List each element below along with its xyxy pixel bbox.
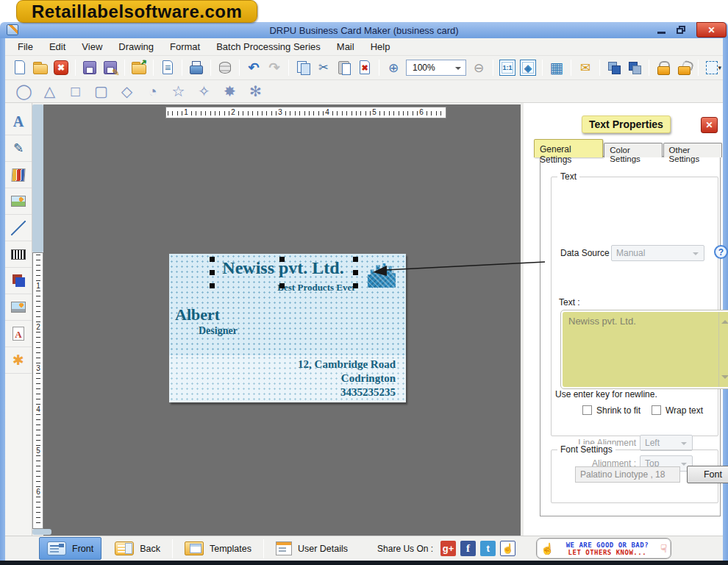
line-alignment-combobox[interactable]: Left: [640, 435, 693, 451]
diamond-shape-icon[interactable]: ◇: [117, 82, 137, 101]
bring-forward-icon[interactable]: [605, 59, 623, 77]
library-tool-icon[interactable]: [5, 162, 32, 188]
cut-icon[interactable]: ✂: [315, 59, 332, 77]
scroll-up-icon[interactable]: [721, 316, 728, 324]
menu-format[interactable]: Format: [162, 38, 208, 56]
undo-icon[interactable]: ↶: [245, 59, 263, 77]
selection-handle[interactable]: [210, 257, 215, 262]
polygon-shape-icon[interactable]: ✻: [246, 82, 265, 101]
menu-drawing[interactable]: Drawing: [110, 38, 162, 56]
send-mail-icon[interactable]: ✉: [577, 59, 594, 77]
selection-handle[interactable]: [210, 283, 215, 288]
facebook-icon[interactable]: f: [460, 541, 476, 556]
selection-handle[interactable]: [353, 270, 358, 275]
textarea-scrollbar[interactable]: [718, 312, 728, 387]
burst-shape-icon[interactable]: ✸: [220, 82, 240, 101]
actual-size-icon[interactable]: 1:1: [499, 59, 516, 77]
close-window-button[interactable]: ✕: [696, 22, 727, 38]
four-point-star-shape-icon[interactable]: ✧: [194, 82, 214, 101]
selection-handle[interactable]: [353, 283, 358, 288]
selection-handle[interactable]: [279, 283, 285, 288]
wrap-text-checkbox[interactable]: [652, 405, 661, 415]
zoom-level-combobox[interactable]: 100%: [406, 60, 466, 76]
unlock-icon[interactable]: [675, 59, 693, 77]
save-as-icon[interactable]: ✎: [101, 59, 119, 77]
paste-icon[interactable]: [335, 59, 353, 77]
font-name-field: Palatino Linotype , 18: [575, 466, 680, 483]
panel-close-button[interactable]: ✕: [701, 117, 718, 133]
text-page-tool-icon[interactable]: A: [5, 321, 32, 347]
selection-handle[interactable]: [279, 257, 285, 262]
database-icon[interactable]: [216, 59, 234, 77]
signature-tool-icon[interactable]: ✎: [5, 135, 32, 162]
notes-icon[interactable]: ≡: [159, 59, 176, 77]
twitter-icon[interactable]: t: [480, 541, 496, 556]
like-icon[interactable]: ☝: [500, 541, 515, 556]
minimize-button[interactable]: [653, 24, 669, 37]
card-person-name[interactable]: Albert: [175, 305, 220, 324]
share-us-label: Share Us On :: [377, 544, 433, 554]
print-icon[interactable]: [188, 59, 205, 77]
new-document-icon[interactable]: [11, 59, 29, 77]
card-building-logo[interactable]: [368, 263, 396, 288]
line-tool-icon[interactable]: [5, 215, 32, 241]
back-view-button[interactable]: Back: [107, 537, 168, 560]
arc-shape-icon[interactable]: ◔: [143, 82, 163, 101]
export-folder-icon[interactable]: ➜: [130, 59, 148, 77]
menu-mail[interactable]: Mail: [329, 38, 363, 56]
vertical-scrollbar-thumb[interactable]: [32, 104, 43, 252]
send-backward-icon[interactable]: [626, 59, 643, 77]
text-tool-icon[interactable]: A: [5, 109, 32, 135]
card-person-role[interactable]: Designer: [199, 325, 238, 337]
tab-color-settings[interactable]: Color Settings: [604, 143, 662, 157]
tab-general-settings[interactable]: General Settings: [534, 139, 603, 157]
selection-handle[interactable]: [210, 270, 215, 275]
star-shape-icon[interactable]: ☆: [168, 82, 188, 101]
menu-file[interactable]: File: [10, 38, 41, 56]
design-tool-icon[interactable]: ✱: [5, 347, 32, 374]
rounded-rectangle-shape-icon[interactable]: ▢: [91, 82, 111, 101]
user-details-button[interactable]: User Details: [268, 537, 355, 560]
lock-icon[interactable]: [654, 59, 672, 77]
redo-icon[interactable]: ↷: [265, 59, 283, 77]
zoom-out-icon[interactable]: ⊖: [470, 59, 488, 77]
fit-page-icon[interactable]: ◈: [519, 59, 537, 77]
help-icon[interactable]: ?: [714, 245, 728, 259]
scroll-down-icon[interactable]: [721, 375, 728, 383]
text-value-textarea[interactable]: Newiss pvt. Ltd.: [563, 312, 728, 387]
feedback-button[interactable]: ☝ WE ARE GOOD OR BAD? LET OTHERS KNOW...…: [536, 538, 671, 559]
menu-edit[interactable]: Edit: [41, 38, 74, 56]
close-document-icon[interactable]: ✖: [52, 59, 70, 77]
panel-title: Text Properties: [582, 116, 671, 133]
card-address[interactable]: 12, Cambridge Road Codrington 3435235235: [298, 358, 396, 399]
barcode-tool-icon[interactable]: [5, 241, 32, 268]
rectangle-shape-icon[interactable]: □: [65, 82, 85, 101]
image-tool-icon[interactable]: [5, 188, 32, 215]
layers-tool-icon[interactable]: [5, 268, 32, 294]
menu-help[interactable]: Help: [363, 38, 399, 56]
triangle-shape-icon[interactable]: △: [40, 82, 60, 101]
card-tagline[interactable]: Best Products Ever: [241, 282, 356, 294]
tab-other-settings[interactable]: Other Settings: [663, 143, 722, 157]
selection-options-icon[interactable]: ▾: [704, 59, 721, 77]
menu-view[interactable]: View: [74, 38, 110, 56]
delete-icon[interactable]: ✖: [356, 59, 374, 77]
googleplus-icon[interactable]: g+: [440, 541, 456, 556]
copy-icon[interactable]: [294, 59, 312, 77]
open-document-icon[interactable]: [32, 59, 49, 77]
data-source-combobox[interactable]: Manual: [611, 245, 704, 261]
front-view-button[interactable]: Front: [39, 537, 101, 560]
business-card-preview[interactable]: Newiss pvt. Ltd. Best Products Ever Albe…: [169, 254, 406, 402]
grid-icon[interactable]: ▦: [548, 59, 565, 77]
restore-button[interactable]: [674, 24, 690, 37]
picture-tool-icon[interactable]: [5, 294, 32, 321]
save-icon[interactable]: [81, 59, 99, 77]
font-button[interactable]: Font: [687, 466, 728, 483]
menu-batch-processing-series[interactable]: Batch Processing Series: [208, 38, 329, 56]
templates-button[interactable]: Templates: [177, 537, 259, 560]
shrink-to-fit-checkbox[interactable]: [582, 405, 592, 415]
zoom-in-icon[interactable]: ⊕: [385, 59, 402, 77]
selection-handle[interactable]: [353, 257, 358, 262]
horizontal-scrollbar-thumb[interactable]: [32, 529, 51, 535]
ellipse-shape-icon[interactable]: ◯: [14, 82, 34, 101]
